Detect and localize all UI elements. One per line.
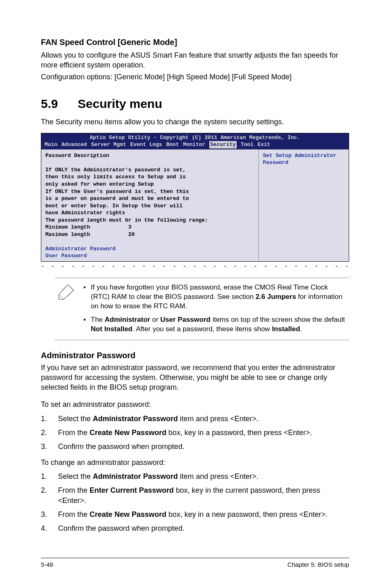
page-footer: 5-48 Chapter 5: BIOS setup <box>41 558 349 569</box>
tab-advanced: Advanced <box>61 141 87 148</box>
note-item-2: The Administrator or User Password items… <box>83 315 346 334</box>
fan-desc-1: Allows you to configure the ASUS Smart F… <box>41 50 349 70</box>
bios-body: Password Description If ONLY the Adminis… <box>41 149 349 261</box>
tab-event-logs: Event Logs <box>130 141 162 148</box>
bios-admin-password-item: Administrator Password <box>45 246 116 252</box>
bios-user-password-item: User Password <box>45 253 87 259</box>
section-title: Security menu <box>78 97 162 110</box>
list-item: From the Create New Password box, key in… <box>41 428 349 438</box>
tab-tool: Tool <box>241 141 253 148</box>
bios-screenshot: Aptio Setup Utility - Copyright (C) 2011… <box>41 133 349 262</box>
section-heading: 5.9Security menu <box>41 96 349 112</box>
tab-monitor: Monitor <box>183 141 206 148</box>
tab-boot: Boot <box>166 141 179 148</box>
bios-desc-text: Password Description If ONLY the Adminis… <box>45 153 208 238</box>
page-number: 5-48 <box>41 561 53 569</box>
bios-title-bar: Aptio Setup Utility - Copyright (C) 2011… <box>41 133 349 141</box>
bios-help-panel: Set Setup Administrator Password <box>259 150 349 261</box>
list-item: From the Enter Current Password box, key… <box>41 485 349 505</box>
tab-server-mgmt: Server Mgmt <box>91 141 126 148</box>
list-item: Confirm the password when prompted. <box>41 523 349 533</box>
note-item-1: If you have forgotten your BIOS password… <box>83 283 346 311</box>
svg-line-2 <box>68 290 74 296</box>
pencil-icon <box>58 283 75 334</box>
set-pw-steps: Select the Administrator Password item a… <box>41 414 349 452</box>
svg-marker-0 <box>59 285 74 299</box>
note-text: If you have forgotten your BIOS password… <box>83 283 346 334</box>
list-item: Select the Administrator Password item a… <box>41 471 349 481</box>
fan-heading: FAN Speed Control [Generic Mode] <box>41 37 349 48</box>
svg-line-3 <box>59 294 64 299</box>
set-pw-intro: To set an administrator password: <box>41 399 349 409</box>
section-number: 5.9 <box>41 96 78 112</box>
tab-security: Security <box>209 141 236 148</box>
chapter-label: Chapter 5: BIOS setup <box>287 561 349 569</box>
bios-cutoff-dashes: - - - - - - - - - - - - - - - - - - - - … <box>41 263 349 270</box>
fan-desc-2: Configuration options: [Generic Mode] [H… <box>41 72 349 82</box>
change-pw-steps: Select the Administrator Password item a… <box>41 471 349 533</box>
tab-exit: Exit <box>258 141 270 148</box>
tab-main: Main <box>45 141 57 148</box>
list-item: Confirm the password when prompted. <box>41 442 349 451</box>
svg-line-1 <box>62 285 68 290</box>
admin-password-para: If you have set an administrator passwor… <box>41 363 349 393</box>
section-intro: The Security menu items allow you to cha… <box>41 117 349 127</box>
list-item: From the Create New Password box, key in… <box>41 509 349 519</box>
admin-password-heading: Administrator Password <box>41 350 349 361</box>
change-pw-intro: To change an administrator password: <box>41 458 349 467</box>
note-block: If you have forgotten your BIOS password… <box>55 278 349 340</box>
list-item: Select the Administrator Password item a… <box>41 414 349 424</box>
bios-tab-bar: Main Advanced Server Mgmt Event Logs Boo… <box>41 141 349 149</box>
bios-left-panel: Password Description If ONLY the Adminis… <box>41 150 259 261</box>
